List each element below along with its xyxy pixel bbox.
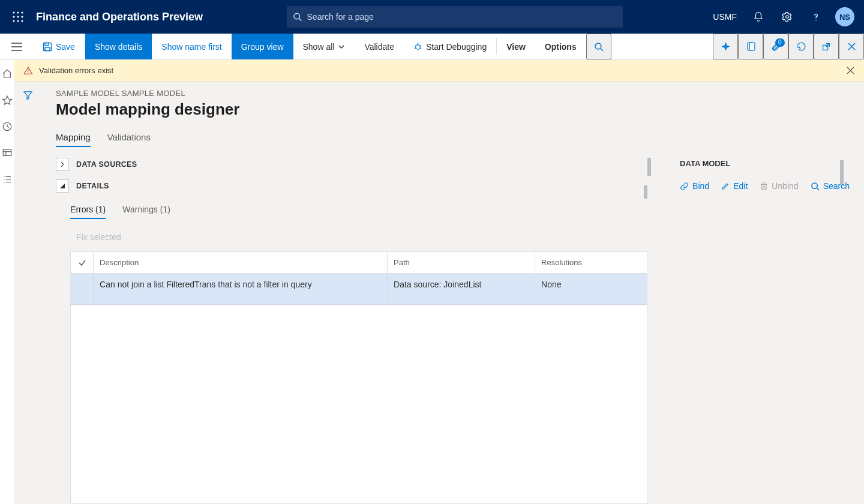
svg-point-5: [21, 16, 23, 17]
hamburger-icon[interactable]: [0, 34, 33, 59]
row-select[interactable]: [71, 274, 94, 304]
settings-icon[interactable]: [774, 0, 800, 34]
save-button[interactable]: Save: [33, 34, 85, 59]
notifications-icon[interactable]: [745, 0, 772, 34]
fix-selected-button: Fix selected: [76, 232, 647, 242]
svg-point-1: [17, 11, 19, 13]
svg-rect-32: [749, 43, 755, 50]
svg-line-24: [420, 48, 421, 49]
data-model-search-button[interactable]: Search: [811, 181, 850, 191]
favorites-icon[interactable]: [2, 95, 13, 106]
svg-line-22: [420, 46, 421, 46]
svg-point-50: [28, 72, 28, 73]
svg-point-19: [416, 45, 421, 50]
svg-point-8: [21, 20, 23, 22]
collapse-details-icon[interactable]: [56, 179, 69, 193]
svg-rect-17: [45, 43, 49, 45]
chevron-down-icon: [338, 43, 345, 50]
user-avatar[interactable]: NS: [835, 7, 854, 26]
breadcrumb: SAMPLE MODEL SAMPLE MODEL: [56, 89, 850, 98]
close-page-icon[interactable]: [839, 34, 864, 59]
row-description: Can not join a list FilteredTrans that i…: [94, 274, 388, 304]
expand-data-sources-icon[interactable]: [56, 158, 69, 171]
edit-button[interactable]: Edit: [721, 181, 748, 191]
show-details-button[interactable]: Show details: [85, 34, 152, 59]
details-header[interactable]: DETAILS: [56, 179, 647, 193]
warning-text: Validation errors exist: [39, 66, 113, 75]
subtab-errors[interactable]: Errors (1): [70, 205, 106, 219]
row-path: Data source: JoinedList: [388, 274, 535, 304]
svg-marker-37: [2, 96, 11, 104]
show-name-first-button[interactable]: Show name first: [152, 34, 231, 59]
data-model-panel: DATA MODEL Bind Edit: [647, 158, 850, 504]
tab-validations[interactable]: Validations: [107, 132, 151, 147]
column-resolutions[interactable]: Resolutions: [535, 252, 647, 273]
show-all-dropdown[interactable]: Show all: [293, 34, 355, 59]
options-menu[interactable]: Options: [535, 34, 586, 59]
home-icon[interactable]: [2, 68, 13, 79]
panel-resize-handle[interactable]: [647, 158, 651, 176]
filter-icon[interactable]: [23, 90, 33, 504]
warning-close-icon[interactable]: [847, 67, 854, 74]
grid-header: Description Path Resolutions: [71, 252, 647, 274]
refresh-icon[interactable]: [788, 34, 814, 59]
help-icon[interactable]: [803, 0, 829, 34]
data-model-title: DATA MODEL: [680, 159, 850, 168]
svg-line-21: [415, 46, 416, 46]
page-tabs: Mapping Validations: [56, 132, 850, 147]
start-debugging-button[interactable]: Start Debugging: [404, 34, 496, 59]
subtab-warnings[interactable]: Warnings (1): [122, 205, 170, 219]
svg-point-2: [21, 11, 23, 13]
column-description[interactable]: Description: [94, 252, 388, 273]
errors-grid: Description Path Resolutions Can not joi…: [70, 251, 647, 504]
svg-point-60: [812, 182, 817, 188]
workspaces-icon[interactable]: [2, 148, 13, 158]
bind-button[interactable]: Bind: [680, 181, 709, 191]
tips-icon[interactable]: [713, 34, 738, 59]
svg-point-9: [294, 13, 300, 19]
grid-row[interactable]: Can not join a list FilteredTrans that i…: [71, 274, 647, 305]
modules-icon[interactable]: [2, 174, 13, 185]
svg-point-4: [17, 16, 19, 17]
unbind-button: Unbind: [760, 181, 798, 191]
svg-point-6: [13, 20, 14, 22]
global-search[interactable]: [287, 6, 623, 28]
column-path[interactable]: Path: [388, 252, 535, 273]
attachments-icon[interactable]: 0: [763, 34, 788, 59]
warning-icon: [23, 66, 33, 76]
recent-icon[interactable]: [2, 121, 13, 132]
column-select[interactable]: [71, 252, 94, 273]
app-header: Finance and Operations Preview USMF NS: [0, 0, 864, 34]
data-sources-header[interactable]: DATA SOURCES: [56, 158, 647, 171]
page-title: Model mapping designer: [56, 100, 850, 119]
attachments-badge: 0: [775, 38, 785, 47]
company-picker[interactable]: USMF: [707, 0, 743, 34]
tab-mapping[interactable]: Mapping: [56, 132, 91, 147]
row-resolutions: None: [535, 274, 647, 304]
svg-point-11: [786, 16, 789, 19]
svg-marker-54: [60, 184, 65, 188]
copilot-icon[interactable]: [738, 34, 763, 59]
global-search-input[interactable]: [307, 12, 617, 22]
svg-point-0: [13, 11, 14, 13]
link-icon: [680, 182, 689, 191]
validate-button[interactable]: Validate: [355, 34, 404, 59]
view-menu[interactable]: View: [497, 34, 535, 59]
splitter-handle[interactable]: [644, 185, 647, 199]
command-bar: Save Show details Show name first Group …: [0, 34, 864, 60]
save-label: Save: [56, 42, 75, 52]
svg-rect-39: [3, 149, 11, 156]
svg-rect-18: [45, 47, 50, 51]
svg-point-3: [13, 16, 14, 17]
app-launcher-icon[interactable]: [5, 11, 31, 22]
svg-point-25: [595, 43, 601, 49]
group-view-button[interactable]: Group view: [232, 34, 293, 59]
panel-scrollbar[interactable]: [840, 160, 844, 184]
search-command-icon[interactable]: [586, 34, 611, 59]
app-title: Finance and Operations Preview: [36, 11, 203, 23]
svg-line-10: [299, 19, 302, 21]
popout-icon[interactable]: [814, 34, 839, 59]
svg-rect-55: [761, 184, 766, 189]
trash-icon: [760, 182, 768, 190]
filter-gutter: [14, 82, 41, 504]
